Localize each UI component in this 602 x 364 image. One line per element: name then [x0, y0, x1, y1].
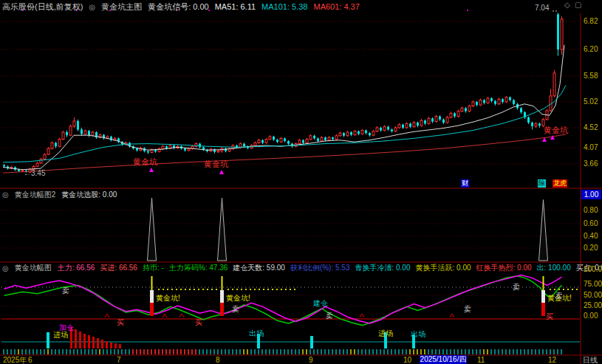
panel3-legend-item: 持币: - — [143, 263, 164, 273]
candle-down — [81, 129, 83, 134]
collapse-icon[interactable]: ◎ — [2, 264, 9, 272]
high-price-label: 7.04 — [535, 4, 549, 12]
day-tick — [365, 349, 366, 354]
day-tick — [505, 349, 507, 354]
day-tick — [66, 349, 67, 354]
day-tick — [169, 349, 171, 354]
day-tick — [391, 349, 392, 354]
candle-down — [538, 123, 541, 126]
signal-dot-trail — [294, 289, 295, 290]
red-volume-bar — [75, 329, 77, 348]
period-label[interactable]: 日线 — [583, 357, 598, 364]
candle-up — [505, 97, 507, 102]
day-tick — [261, 349, 263, 354]
day-tick — [465, 349, 466, 354]
day-tick — [442, 349, 444, 354]
event-badge[interactable]: 除 — [538, 179, 546, 188]
event-badge[interactable]: 财 — [461, 179, 469, 188]
day-tick — [476, 349, 477, 354]
day-tick — [435, 349, 437, 354]
candle-up — [535, 123, 537, 126]
main-indicator-signal: 黄金坑信号: 0.00 — [148, 1, 209, 13]
candle-down — [302, 140, 304, 143]
panel2-indicator-value: 黄金坑选股: 0.00 — [61, 190, 117, 200]
day-tick — [335, 349, 337, 354]
selection-spike — [218, 198, 227, 261]
day-tick — [350, 349, 352, 354]
candle-down — [273, 137, 275, 140]
candle-up — [40, 159, 42, 163]
candle-down — [424, 120, 426, 123]
day-tick — [538, 349, 540, 354]
signal-dot-trail — [198, 289, 199, 290]
day-tick — [535, 349, 536, 354]
day-tick — [10, 349, 12, 354]
chart-canvas[interactable] — [0, 0, 602, 364]
red-caret-icon — [360, 314, 364, 317]
candle-up — [413, 123, 415, 127]
candle-up — [354, 131, 356, 135]
candle-down — [284, 138, 286, 141]
candle-up — [254, 142, 256, 145]
day-tick — [147, 349, 148, 354]
signal-bar-white — [220, 290, 224, 303]
day-tick — [158, 349, 160, 354]
ma-legend-item: MA51: 6.11 — [215, 2, 256, 11]
panel2-indicator-name[interactable]: 黄金坑幅图2 — [15, 190, 56, 200]
signal-dot-trail — [189, 289, 191, 290]
collapse-icon[interactable]: ◎ — [89, 3, 95, 11]
signal-dot-trail — [567, 289, 569, 290]
day-tick — [346, 349, 348, 354]
day-tick — [280, 349, 281, 354]
chart-diamond-icon[interactable]: ◇ — [564, 1, 570, 9]
candle-up — [162, 146, 164, 148]
chart-window-icon[interactable]: ▢ — [575, 1, 581, 9]
day-tick — [36, 349, 38, 354]
collapse-icon[interactable]: ◎ — [2, 190, 9, 199]
day-tick — [84, 349, 86, 354]
buy-arrow-icon — [149, 168, 154, 172]
day-tick — [177, 349, 178, 354]
day-tick — [339, 349, 341, 354]
trade-mark-label: 进场 — [378, 330, 393, 337]
candle-up — [468, 106, 471, 111]
main-indicator-name[interactable]: 黄金坑主图 — [101, 1, 142, 13]
event-badge[interactable]: 龙虎 — [553, 179, 567, 188]
candle-down — [502, 99, 504, 102]
signal-bar-yellow — [543, 276, 544, 290]
app-window: 高乐股份(日线,前复权) ◎ 黄金坑主图 黄金坑信号: 0.00 MA51: 6… — [0, 0, 602, 364]
day-tick — [269, 349, 270, 354]
trade-mark-label: 买 — [195, 319, 202, 326]
day-tick — [125, 349, 126, 354]
trade-mark-label: 卖 — [62, 287, 69, 295]
candle-down — [531, 123, 533, 126]
trade-mark-label: 卖 — [513, 284, 520, 291]
candle-up — [51, 142, 53, 148]
main-y-axis-label: 4.07 — [584, 144, 598, 151]
indicator-line-主力 — [4, 276, 562, 326]
day-tick — [498, 349, 499, 354]
candle-up — [487, 98, 489, 103]
trade-mark-label: 卖 — [326, 312, 333, 320]
candle-down — [490, 98, 493, 101]
candle-up — [446, 117, 448, 123]
day-tick — [383, 349, 385, 354]
candle-up — [553, 73, 555, 96]
day-tick — [446, 349, 448, 354]
selection-spike — [539, 200, 548, 261]
panel3-indicator-name[interactable]: 黄金坑幅图 — [15, 263, 52, 273]
candle-up — [188, 149, 190, 151]
day-tick — [14, 349, 16, 354]
signal-dot-trail — [216, 289, 217, 290]
candle-down — [147, 151, 149, 153]
day-tick — [516, 349, 518, 354]
signal-dot-trail — [241, 289, 242, 290]
candle-down — [369, 133, 371, 135]
day-tick — [18, 349, 19, 354]
day-tick — [420, 349, 422, 354]
candle-down — [77, 121, 79, 130]
panel3-header: ◎ 黄金坑幅图 主力: 66.56买进: 66.56持币: -主力筹码%: 47… — [0, 264, 602, 272]
candle-up — [280, 138, 282, 142]
day-tick — [454, 349, 455, 354]
red-caret-icon — [450, 314, 454, 317]
